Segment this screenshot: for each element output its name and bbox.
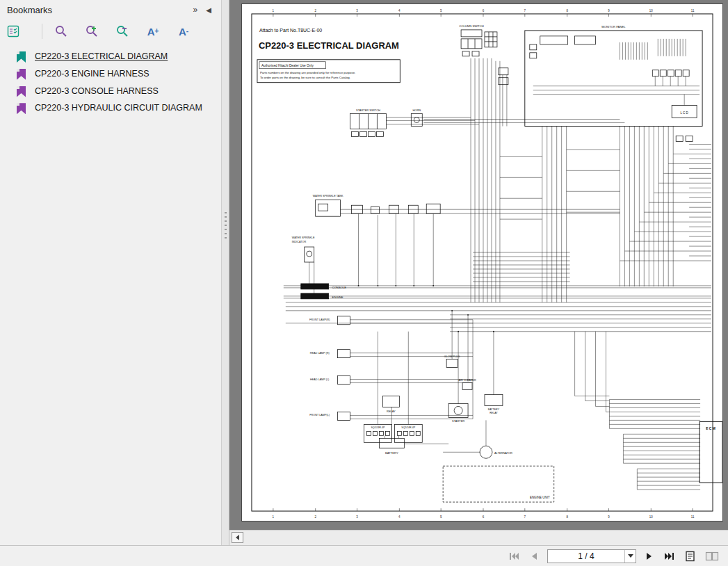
- relay-label: RELAY: [387, 410, 396, 413]
- bookmark-label: CP220-3 ELECTRICAL DIAGRAM: [35, 51, 168, 61]
- resize-grip-icon: [225, 212, 227, 240]
- electrical-diagram: 1234567891011 1234567891011 Attach to Pa…: [242, 4, 722, 521]
- drawing-frame: [252, 14, 713, 511]
- next-page-button[interactable]: [642, 549, 656, 563]
- bookmark-label: CP220-3 ENGINE HARNESS: [35, 69, 149, 79]
- notice-line3: To order parts on the drawing, be sure t…: [260, 76, 350, 79]
- scroll-left-button[interactable]: [232, 532, 243, 543]
- font-glyph: A: [147, 26, 155, 37]
- svg-text:4: 4: [398, 9, 401, 13]
- single-page-view-icon: [684, 551, 697, 562]
- bookmarks-panel: Bookmarks » ◀: [0, 0, 221, 545]
- page-number-combobox[interactable]: 1 / 4: [547, 549, 636, 563]
- svg-text:4: 4: [398, 515, 401, 519]
- starter-label: STARTER: [452, 419, 464, 423]
- scroll-left-icon: [236, 535, 239, 540]
- svg-text:5: 5: [440, 9, 442, 13]
- notice-line1: Authorised Hitachi Dealer Use Only: [261, 64, 314, 67]
- engine-unit-label: ENGINE UNIT: [530, 496, 550, 499]
- collapse-panel-icon[interactable]: ◀: [202, 6, 216, 14]
- toolbar-separator: [42, 24, 42, 39]
- column-switch-label: COLUMN SWITCH: [459, 24, 484, 28]
- notice-line2: Parts numbers on the drawing are provide…: [260, 71, 355, 74]
- water-sprinkle-indicator-label: WATER SPRINKLE: [292, 236, 315, 239]
- magnifier-alt-icon[interactable]: [113, 23, 131, 40]
- document-canvas: 1234567891011 1234567891011 Attach to Pa…: [229, 0, 728, 530]
- front-lamp-r-label: FRONT LAMP(R): [309, 318, 330, 321]
- bookmark-fold: [17, 86, 19, 89]
- wiring: [284, 39, 711, 490]
- panel-resize-handle[interactable]: [221, 0, 229, 545]
- svg-text:11: 11: [691, 515, 695, 519]
- page-dropdown-button[interactable]: [624, 550, 636, 563]
- svg-text:5: 5: [440, 515, 442, 519]
- pdf-page: 1234567891011 1234567891011 Attach to Pa…: [241, 3, 723, 521]
- previous-page-button[interactable]: [527, 549, 541, 563]
- svg-text:2: 2: [314, 9, 316, 13]
- glow-plug-label: GLOW PLUG: [444, 355, 460, 358]
- attach-note: Attach to Part No.T8UC-E-00: [259, 28, 322, 33]
- svg-text:6: 6: [483, 9, 485, 13]
- bookmarks-panel-title: Bookmarks: [7, 5, 189, 15]
- battery-relay-label1: BATTERY: [488, 408, 500, 411]
- svg-text:7: 7: [524, 9, 526, 13]
- bookmark-item-console-harness[interactable]: CP220-3 CONSOLE HARNESS: [7, 83, 217, 101]
- svg-text:3: 3: [356, 515, 358, 519]
- title-block: Attach to Part No.T8UC-E-00 CP220-3 ELEC…: [257, 28, 400, 83]
- magnifier-plus-icon[interactable]: [83, 23, 101, 40]
- battery-label: BATTERY: [385, 451, 398, 455]
- svg-text:3: 3: [356, 9, 358, 13]
- bookmark-label: CP220-3 HYDRAULIC CIRCUIT DIAGRAM: [35, 103, 202, 113]
- lcd-label: L C D: [681, 111, 689, 115]
- dropdown-arrow-icon: [628, 554, 633, 558]
- bookmark-fold: [17, 69, 19, 72]
- starter-switch-label: STARTER SWITCH: [356, 108, 380, 112]
- next-page-icon: [645, 551, 654, 561]
- bookmarks-toolbar: A+ A-: [0, 19, 221, 43]
- horizontal-scrollbar[interactable]: [229, 530, 728, 545]
- svg-text:2: 2: [314, 515, 316, 519]
- last-page-icon: [664, 551, 675, 561]
- bookmark-item-hydraulic-circuit[interactable]: CP220-3 HYDRAULIC CIRCUIT DIAGRAM: [7, 100, 217, 118]
- front-lamp-l-label: FRONT LAMP(L): [309, 414, 330, 417]
- svg-text:11: 11: [691, 9, 695, 13]
- horn-label: HORN: [412, 108, 421, 112]
- plus-glyph: +: [155, 28, 159, 35]
- facing-pages-view-button[interactable]: [704, 549, 720, 563]
- svg-text:9: 9: [608, 515, 610, 519]
- font-size-increase-icon[interactable]: A+: [144, 23, 162, 40]
- fuse-box-label: SQD24R-4P: [371, 426, 385, 429]
- font-size-decrease-icon[interactable]: A-: [175, 23, 193, 40]
- bookmark-item-engine-harness[interactable]: CP220-3 ENGINE HARNESS: [7, 66, 217, 83]
- bookmark-item-electrical-diagram[interactable]: CP220-3 ELECTRICAL DIAGRAM: [7, 49, 217, 66]
- svg-text:10: 10: [649, 9, 653, 13]
- monitor-panel-label: MONITOR PANEL: [601, 25, 626, 29]
- svg-text:1: 1: [273, 9, 275, 13]
- pdf-viewer-window: Bookmarks » ◀: [0, 0, 728, 566]
- first-page-button[interactable]: [507, 549, 521, 563]
- air-cleaner-label: AIR CLEANER: [459, 379, 476, 382]
- facing-pages-view-icon: [705, 551, 719, 562]
- components: COLUMN SWITCH MONITOR PANEL L C D: [292, 24, 722, 502]
- font-glyph: A: [179, 26, 186, 37]
- water-sprinkle-tank-label: WATER SPRINKLE TANK: [313, 195, 343, 197]
- engine-label: ENGINE: [332, 296, 343, 299]
- single-page-view-button[interactable]: [683, 549, 698, 563]
- svg-text:1: 1: [273, 515, 275, 519]
- svg-text:8: 8: [566, 9, 568, 13]
- page-indicator[interactable]: 1 / 4: [548, 550, 624, 563]
- page-navigation-toolbar: 1 / 4: [0, 545, 728, 566]
- head-lamp-r-label: HEAD LAMP (R): [310, 352, 330, 355]
- last-page-button[interactable]: [663, 549, 677, 563]
- magnifier-icon[interactable]: [52, 23, 70, 40]
- svg-text:7: 7: [524, 515, 526, 519]
- svg-text:6: 6: [483, 515, 485, 519]
- previous-page-icon: [530, 551, 538, 561]
- bookmark-fold: [17, 51, 19, 54]
- bookmarks-panel-header: Bookmarks » ◀: [0, 0, 221, 19]
- bookmark-fold: [17, 103, 19, 106]
- head-lamp-l-label: HEAD LAMP (L): [310, 378, 330, 381]
- bookmark-list-icon[interactable]: [4, 23, 22, 40]
- ecm-label: E C M: [706, 426, 715, 430]
- expand-options-icon[interactable]: »: [189, 5, 202, 15]
